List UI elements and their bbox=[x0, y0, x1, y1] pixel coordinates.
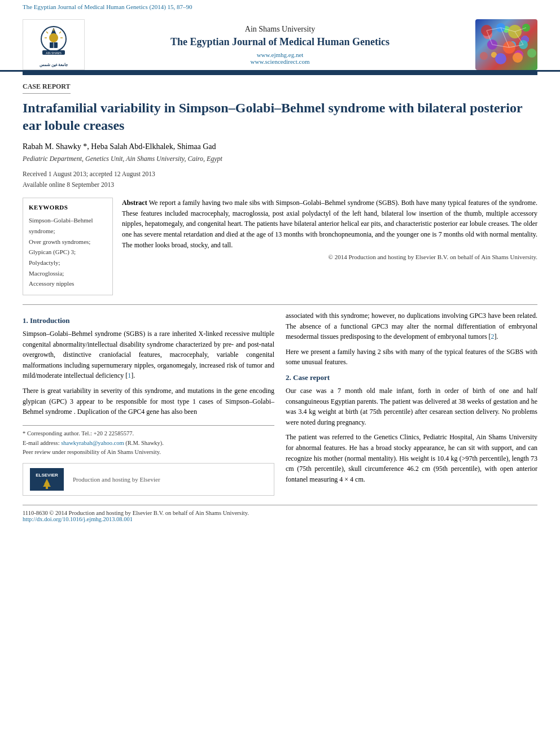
keywords-list: Simpson–Golabi–Behmel syndrome; Over gro… bbox=[29, 215, 107, 289]
abstract-section: Abstract We report a family having two m… bbox=[122, 198, 537, 295]
authors: Rabah M. Shawky *, Heba Salah Abd-Elkhal… bbox=[23, 142, 537, 151]
abstract-copyright: © 2014 Production and hosting by Elsevie… bbox=[122, 254, 537, 260]
journal-header: AIN SHAMS جامعة عين شمس Ain Shams Univer… bbox=[0, 14, 560, 72]
journal-logo-right bbox=[475, 19, 537, 70]
svg-point-21 bbox=[513, 53, 523, 63]
section1-para3: associated with this syndrome; however, … bbox=[286, 311, 537, 342]
university-name: Ain Shams University bbox=[96, 25, 464, 34]
keywords-box: KEYWORDS Simpson–Golabi–Behmel syndrome;… bbox=[23, 198, 113, 295]
available-date: Available online 8 September 2013 bbox=[23, 180, 537, 190]
bottom-doi[interactable]: http://dx.doi.org/10.1016/j.ejmhg.2013.0… bbox=[23, 516, 537, 522]
university-logo-left: AIN SHAMS جامعة عين شمس bbox=[23, 19, 85, 70]
journal-header-center: Ain Shams University The Egyptian Journa… bbox=[90, 25, 470, 65]
svg-point-20 bbox=[495, 53, 506, 64]
right-column: associated with this syndrome; however, … bbox=[286, 311, 537, 496]
authors-text: Rabah M. Shawky *, Heba Salah Abd-Elkhal… bbox=[23, 142, 216, 151]
journal-url2[interactable]: www.sciencedirect.com bbox=[96, 58, 464, 65]
keyword-5: Macroglossia; bbox=[29, 268, 107, 279]
footnote-section: * Corresponding author. Tel.: +20 2 2258… bbox=[23, 425, 274, 457]
section2-heading: 2. Case report bbox=[286, 373, 537, 382]
dates: Received 1 August 2013; accepted 12 Augu… bbox=[23, 169, 537, 190]
footnote-email-link[interactable]: shawkyrabah@yahoo.com bbox=[61, 440, 124, 446]
section2-para1: Our case was a 7 month old male infant, … bbox=[286, 386, 537, 427]
section1-para4: Here we present a family having 2 sibs w… bbox=[286, 347, 537, 368]
svg-text:AIN SHAMS: AIN SHAMS bbox=[46, 51, 62, 55]
footnote-corresponding: * Corresponding author. Tel.: +20 2 2258… bbox=[23, 429, 274, 439]
article-title: Intrafamilial variability in Simpson–Gol… bbox=[23, 99, 537, 134]
keyword-1: Simpson–Golabi–Behmel syndrome; bbox=[29, 215, 107, 236]
svg-line-6 bbox=[46, 32, 48, 33]
bottom-issn: 1110-8630 © 2014 Production and hosting … bbox=[23, 510, 537, 516]
affiliation: Pediatric Department, Genetics Unit, Ain… bbox=[23, 155, 537, 163]
abstract-body: We report a family having two male sibs … bbox=[122, 199, 537, 248]
elsevier-text: Production and hosting by Elsevier bbox=[73, 476, 160, 483]
received-date: Received 1 August 2013; accepted 12 Augu… bbox=[23, 169, 537, 179]
svg-point-2 bbox=[49, 33, 58, 42]
elsevier-logo-svg: ELSEVIER bbox=[32, 469, 63, 490]
svg-line-4 bbox=[59, 32, 61, 33]
svg-rect-35 bbox=[46, 487, 48, 489]
section2-para2: The patient was referred to the Genetics… bbox=[286, 432, 537, 484]
content-divider bbox=[23, 304, 537, 305]
elsevier-box: ELSEVIER Production and hosting by Elsev… bbox=[23, 463, 274, 496]
keywords-abstract-section: KEYWORDS Simpson–Golabi–Behmel syndrome;… bbox=[23, 198, 537, 295]
journal-url1[interactable]: www.ejmhg.eg.net bbox=[96, 51, 464, 58]
left-column: 1. Introduction Simpson–Golabi–Behmel sy… bbox=[23, 311, 274, 496]
footnote-peer-review: Peer review under responsibility of Ain … bbox=[23, 448, 274, 457]
abstract-label: Abstract bbox=[122, 199, 147, 207]
logo-university-name: جامعة عين شمس bbox=[40, 63, 68, 67]
main-content: CASE REPORT Intrafamilial variability in… bbox=[0, 75, 560, 529]
section1-para1: Simpson–Golabi–Behmel syndrome (SGBS) is… bbox=[23, 329, 274, 381]
svg-point-19 bbox=[480, 52, 488, 60]
keywords-title: KEYWORDS bbox=[29, 204, 107, 211]
footnote-corresponding-text: * Corresponding author. Tel.: +20 2 2258… bbox=[23, 430, 134, 436]
molecule-image bbox=[475, 19, 537, 70]
abstract-text: Abstract We report a family having two m… bbox=[122, 198, 537, 250]
keyword-2: Over growth syndromes; bbox=[29, 237, 107, 247]
body-columns: 1. Introduction Simpson–Golabi–Behmel sy… bbox=[23, 311, 537, 496]
journal-reference: The Egyptian Journal of Medical Human Ge… bbox=[0, 0, 560, 14]
keyword-6: Accessory nipples bbox=[29, 278, 107, 289]
svg-point-22 bbox=[527, 49, 536, 58]
journal-urls: www.ejmhg.eg.net www.sciencedirect.com bbox=[96, 51, 464, 65]
journal-title: The Egyptian Journal of Medical Human Ge… bbox=[96, 36, 464, 48]
section-label: CASE REPORT bbox=[23, 82, 71, 94]
elsevier-logo: ELSEVIER bbox=[30, 468, 64, 491]
bottom-bar: 1110-8630 © 2014 Production and hosting … bbox=[23, 505, 537, 522]
keyword-3: Glypican (GPC) 3; bbox=[29, 247, 107, 257]
svg-text:ELSEVIER: ELSEVIER bbox=[36, 473, 58, 478]
journal-ref-text: The Egyptian Journal of Medical Human Ge… bbox=[23, 3, 193, 10]
section1-para2: There is great variability in severity o… bbox=[23, 386, 274, 417]
keyword-4: Polydactyly; bbox=[29, 257, 107, 268]
ain-shams-emblem: AIN SHAMS bbox=[34, 22, 73, 62]
section1-heading: 1. Introduction bbox=[23, 316, 274, 325]
footnote-email: E-mail address: shawkyrabah@yahoo.com (R… bbox=[23, 439, 274, 448]
